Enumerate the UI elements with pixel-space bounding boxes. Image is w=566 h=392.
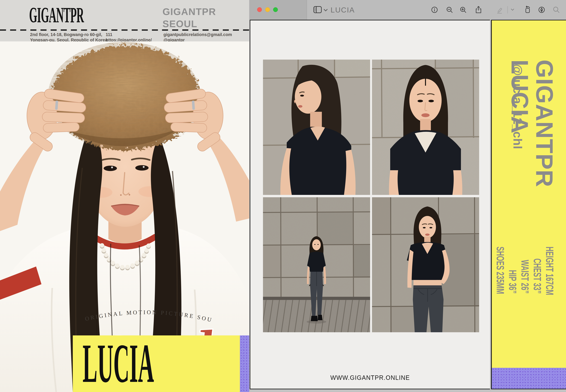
stat-chest: CHEST 33” [531,247,544,294]
sidebar-chevron-down-icon[interactable] [324,9,328,12]
model-stats: HEIGHT 167CM CHEST 33” WAIST 26” HIP 36”… [494,247,556,294]
address-street: 2nd floor, 14-18, Bogwang-ro 60-gil, Yon… [30,32,107,43]
stat-height: HEIGHT 167CM [544,247,556,294]
window-titlebar[interactable]: LUCIA [249,0,566,20]
minimize-button[interactable] [265,7,270,12]
window-content: WWW.GIGANTPR.ONLINE GIGANTPR LUCIA @luci… [249,20,566,392]
zoom-out-icon[interactable] [445,5,454,14]
purple-accent-block [492,368,566,389]
preview-window: LUCIA [249,0,566,392]
agency-name-line1: GIGANTPR [163,6,216,18]
search-icon[interactable] [552,5,561,14]
agency-logo: GIGANTPR [29,4,84,26]
photo-profile-bust [263,60,370,195]
agency-city-label: GIGANTPR SEOUL [163,6,216,30]
window-title: LUCIA [330,0,355,20]
page-footer-url: WWW.GIGANTPR.ONLINE [256,374,484,381]
purple-accent-strip [240,336,249,392]
dashed-divider [0,29,249,31]
left-poster: GIGANTPR GIGANTPR SEOUL 2nd floor, 14-18… [0,0,249,392]
titlebar-divider [307,0,307,20]
photo-front-bust [372,60,479,195]
zoom-in-icon[interactable] [459,5,468,14]
toolbar-divider [507,6,508,14]
side-card-agency: GIGANTPR [532,60,557,187]
photo-full-body [263,197,370,332]
instagram-handle: @lucia_12_chl [511,64,524,149]
highlight-icon[interactable] [537,5,546,14]
side-card-page: GIGANTPR LUCIA @lucia_12_chl HEIGHT 167C… [491,20,566,389]
agency-name-line2: SEOUL [163,18,216,30]
stat-waist: WAIST 26” [519,247,531,294]
rotate-icon[interactable] [523,5,532,14]
photo-three-quarter [372,197,479,332]
screenshot-root: GIGANTPR GIGANTPR SEOUL 2nd floor, 14-18… [0,0,566,392]
markup-icon[interactable] [495,5,504,14]
address-phone-web: 111 https://gigantpr.online/ [106,32,152,43]
stat-shoes: SHOES 235MM [494,247,506,294]
compcard-page: WWW.GIGANTPR.ONLINE [250,20,490,389]
markup-options-chevron-icon[interactable] [510,8,515,12]
poster-header: GIGANTPR GIGANTPR SEOUL 2nd floor, 14-18… [0,0,249,42]
stat-hip: HIP 36” [506,247,519,294]
address-email-social: gigantpublicrelations@gmail.com @gigantp… [164,32,232,43]
zoom-window-button[interactable] [273,7,278,12]
sidebar-toggle-icon[interactable] [313,6,322,13]
model-name: LUCIA [83,336,154,392]
info-icon[interactable] [430,5,439,14]
close-button[interactable] [257,7,262,12]
model-name-banner: LUCIA [73,336,240,392]
share-icon[interactable] [474,5,483,14]
